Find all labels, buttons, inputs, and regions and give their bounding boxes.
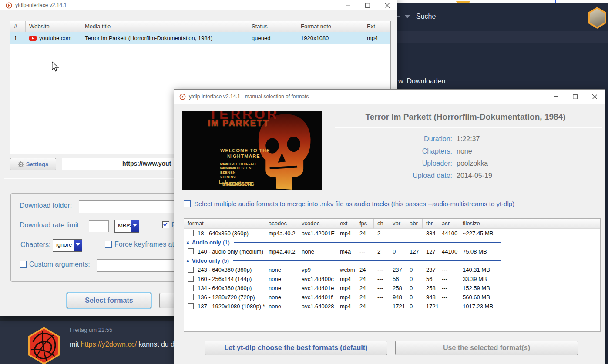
format-id-label: 134 - 640x360 (360p) (198, 285, 252, 291)
format-cell-acodec: mp4a.40.2 (265, 247, 298, 256)
format-checkbox[interactable] (188, 303, 194, 309)
col-fps[interactable]: fps (356, 219, 374, 229)
col-vbr[interactable]: vbr (389, 219, 406, 229)
close-button[interactable] (377, 0, 397, 10)
format-cell-asr: --- (438, 265, 459, 274)
chat-message-post: kannst du da (137, 341, 178, 348)
chat-message-link[interactable]: https://y2down.cc/ (81, 341, 137, 348)
rate-limit-label: Download rate limit: (20, 221, 81, 229)
browser-top-strip (397, 0, 608, 3)
combo-arrow-icon[interactable] (131, 220, 139, 232)
format-checkbox[interactable] (188, 276, 194, 282)
format-group-header[interactable]: »Video only(5) (184, 256, 501, 265)
browser-tab-fragment (456, 1, 470, 3)
format-cell-tbr: 384 (423, 229, 438, 238)
main-titlebar[interactable]: ytdlp-interface v2.14.1 (0, 0, 397, 10)
format-checkbox[interactable] (188, 230, 194, 236)
format-row[interactable]: 136 - 1280x720 (720p)noneavc1.4d401fmp42… (184, 293, 600, 302)
format-cell-ch: --- (374, 284, 389, 293)
select-formats-button[interactable]: Select formats (67, 293, 151, 308)
settings-button[interactable]: Settings (10, 158, 56, 170)
col-ext[interactable]: ext (336, 219, 356, 229)
col-vcodec[interactable]: vcodec (298, 219, 336, 229)
collapse-chevron-icon[interactable]: » (185, 259, 191, 262)
format-row[interactable]: 160 - 256x144 (144p)noneavc1.4d400cmp424… (184, 274, 600, 284)
app-play-icon (6, 2, 12, 9)
user-avatar[interactable] (588, 7, 606, 29)
col-media-title[interactable]: Media title (81, 21, 248, 32)
format-cell-empty (501, 293, 600, 302)
rate-checkbox[interactable] (162, 221, 169, 228)
format-cell-vcodec: avc1.4d401e (298, 284, 336, 293)
format-cell-acodec: none (265, 284, 298, 293)
multistream-checkbox-row[interactable]: Select multiple audio formats to merge i… (184, 200, 514, 207)
video-thumbnail: TERROR IM PARKETT WELCOME TO THE NIGHTMA… (182, 111, 322, 190)
close-button[interactable] (585, 90, 605, 104)
col-status[interactable]: Status (248, 21, 297, 32)
format-cell-ext: mp4 (336, 274, 356, 284)
col-website[interactable]: Website (26, 21, 81, 32)
custom-args-checkbox[interactable] (20, 261, 27, 268)
collapse-chevron-icon[interactable]: » (185, 241, 191, 244)
best-formats-button[interactable]: Let yt-dlp choose the best formats (defa… (205, 341, 387, 355)
format-row[interactable]: 134 - 640x360 (360p)noneavc1.4d401emp424… (184, 284, 600, 293)
maximize-button[interactable] (565, 90, 585, 104)
queue-cell-title: Terror im Parkett (Horrorfilm-Dokumentat… (81, 32, 248, 44)
url-value: https://www.yout (122, 160, 171, 167)
col-ch[interactable]: ch (374, 219, 389, 229)
rate-unit-combo[interactable]: MB/s (114, 220, 139, 233)
minimize-button[interactable] (338, 0, 358, 10)
format-table-header[interactable]: format acodec vcodec ext fps ch vbr abr … (184, 219, 600, 229)
format-cell-fps: 24 (356, 284, 374, 293)
format-cell-filesize: 1017.23 MB (459, 302, 501, 311)
format-checkbox[interactable] (188, 285, 194, 291)
minimize-button[interactable] (546, 90, 565, 104)
format-group-header[interactable]: »Audio only(1) (184, 238, 501, 247)
col-ext[interactable]: Ext (363, 21, 390, 32)
meta-label: Uploader: (329, 160, 452, 167)
col-asr[interactable]: asr (438, 219, 459, 229)
queue-cell-status: queued (248, 32, 297, 44)
format-cell-format: 137 - 1920x1080 (1080p) * (184, 302, 265, 311)
keyframes-checkbox[interactable] (105, 241, 112, 248)
queue-table-header[interactable]: # Website Media title Status Format note… (10, 21, 390, 32)
use-selected-button[interactable]: Use the selected format(s) (395, 341, 578, 355)
col-acodec[interactable]: acodec (265, 219, 298, 229)
col-num[interactable]: # (10, 21, 26, 32)
formats-titlebar[interactable]: ytdlp-interface v2.14.1 - manual selecti… (174, 90, 605, 104)
col-format[interactable]: format (184, 219, 265, 229)
format-row[interactable]: 140 - audio only (medium) *mp4a.40.2none… (184, 247, 600, 256)
format-row[interactable]: 18 - 640x360 (360p)mp4a.40.2avc1.42001Em… (184, 229, 600, 238)
queue-row[interactable]: 1 youtube.com Terror im Parkett (Horrorf… (10, 32, 390, 44)
chapters-combo[interactable]: ignore (53, 239, 82, 252)
format-cell-fps: 24 (356, 265, 374, 274)
format-cell-vbr: 0 (389, 247, 406, 256)
rate-unit-value: MB/s (115, 220, 131, 232)
format-row[interactable]: 137 - 1920x1080 (1080p) *noneavc1.640028… (184, 302, 600, 311)
format-cell-tbr: 237 (423, 265, 438, 274)
format-checkbox[interactable] (188, 267, 194, 273)
multistream-checkbox[interactable] (184, 200, 191, 207)
format-cell-ch: 2 (374, 229, 389, 238)
search-label[interactable]: Suche (416, 13, 436, 20)
col-tbr[interactable]: tbr (423, 219, 438, 229)
maximize-button[interactable] (358, 0, 377, 10)
format-row[interactable]: 243 - 640x360 (360p)nonevp9webm24---2370… (184, 265, 600, 274)
combo-arrow-icon[interactable] (74, 240, 82, 251)
mouse-cursor (51, 61, 60, 72)
format-table: format acodec vcodec ext fps ch vbr abr … (184, 218, 601, 332)
format-checkbox[interactable] (188, 294, 194, 300)
col-abr[interactable]: abr (406, 219, 423, 229)
group-label: Video only (192, 257, 221, 264)
format-checkbox[interactable] (188, 248, 194, 254)
format-cell-empty (501, 284, 600, 293)
chevron-down-icon[interactable] (405, 15, 410, 18)
col-filesize[interactable]: filesize (459, 219, 501, 229)
rate-limit-input[interactable] (89, 220, 109, 232)
chapters-label: Chapters: (20, 241, 50, 249)
format-cell-filesize: 33.39 MB (459, 274, 501, 284)
group-line (234, 242, 501, 243)
chat-avatar[interactable] (28, 327, 60, 364)
website-text: youtube.com (39, 32, 71, 44)
col-format-note[interactable]: Format note (297, 21, 363, 32)
